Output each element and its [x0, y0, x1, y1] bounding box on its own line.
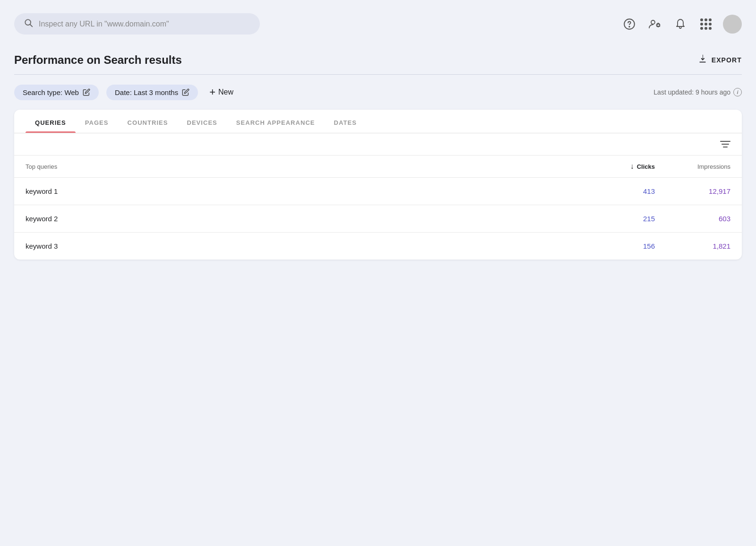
edit-date-icon: [182, 88, 189, 96]
new-filter-button[interactable]: + New: [206, 84, 237, 100]
table-row: keyword 3 156 1,821: [14, 233, 742, 260]
filter-line-3: [723, 147, 728, 147]
table-header: Top queries ↓ Clicks Impressions: [14, 156, 742, 178]
new-button-label: New: [218, 88, 233, 96]
sort-arrow-icon: ↓: [630, 162, 634, 171]
tabs-bar: QUERIES PAGES COUNTRIES DEVICES SEARCH A…: [14, 110, 742, 133]
tab-countries[interactable]: COUNTRIES: [118, 110, 178, 133]
table-row: keyword 1 413 12,917: [14, 178, 742, 205]
export-button[interactable]: EXPORT: [697, 54, 742, 67]
col-query-header: Top queries: [26, 163, 579, 170]
card-filter-row: [14, 133, 742, 156]
search-icon: [24, 18, 33, 30]
svg-point-3: [629, 26, 630, 27]
tab-search-appearance[interactable]: SEARCH APPEARANCE: [227, 110, 325, 133]
row-impressions-2[interactable]: 603: [655, 215, 730, 223]
grid-dots: [700, 18, 712, 30]
row-query-1: keyword 1: [26, 187, 579, 195]
last-updated-info-icon[interactable]: i: [733, 88, 742, 96]
date-filter[interactable]: Date: Last 3 months: [106, 85, 198, 100]
tab-pages[interactable]: PAGES: [76, 110, 118, 133]
row-query-2: keyword 2: [26, 215, 579, 223]
row-clicks-3[interactable]: 156: [579, 242, 655, 250]
date-filter-label: Date: Last 3 months: [115, 88, 178, 96]
header-divider: [14, 74, 742, 75]
search-type-filter[interactable]: Search type: Web: [14, 85, 99, 100]
page-header: Performance on Search results EXPORT: [14, 53, 742, 67]
export-icon: [697, 54, 708, 67]
last-updated-text: Last updated: 9 hours ago: [653, 88, 730, 96]
table-row: keyword 2 215 603: [14, 205, 742, 233]
row-clicks-1[interactable]: 413: [579, 187, 655, 195]
help-icon[interactable]: [621, 16, 638, 33]
main-card: QUERIES PAGES COUNTRIES DEVICES SEARCH A…: [14, 110, 742, 260]
last-updated-info: Last updated: 9 hours ago i: [653, 88, 742, 96]
col-impressions-header[interactable]: Impressions: [655, 163, 730, 170]
row-clicks-2[interactable]: 215: [579, 215, 655, 223]
tab-dates[interactable]: DATES: [325, 110, 366, 133]
row-impressions-1[interactable]: 12,917: [655, 187, 730, 195]
tab-queries[interactable]: QUERIES: [26, 110, 76, 133]
filter-sort-icon[interactable]: [720, 141, 730, 147]
tab-devices[interactable]: DEVICES: [177, 110, 226, 133]
notifications-icon[interactable]: [672, 16, 689, 33]
search-bar-placeholder: Inspect any URL in "www.domain.com": [39, 20, 250, 28]
page-title: Performance on Search results: [14, 53, 182, 67]
search-type-label: Search type: Web: [23, 88, 79, 96]
svg-line-1: [30, 25, 33, 27]
top-icons: [621, 15, 742, 34]
svg-point-4: [651, 20, 655, 24]
filter-line-1: [720, 141, 730, 142]
row-query-3: keyword 3: [26, 242, 579, 250]
apps-grid-icon[interactable]: [697, 16, 714, 33]
filter-bar: Search type: Web Date: Last 3 months + N…: [14, 84, 742, 100]
row-impressions-3[interactable]: 1,821: [655, 242, 730, 250]
user-management-icon[interactable]: [646, 16, 663, 33]
top-bar: Inspect any URL in "www.domain.com": [14, 9, 742, 38]
edit-icon: [83, 88, 90, 96]
col-clicks-header[interactable]: ↓ Clicks: [579, 162, 655, 171]
filter-line-2: [722, 144, 729, 145]
url-search-bar[interactable]: Inspect any URL in "www.domain.com": [14, 13, 260, 35]
export-label: EXPORT: [712, 56, 742, 64]
avatar[interactable]: [723, 15, 742, 34]
plus-icon: +: [209, 86, 215, 98]
